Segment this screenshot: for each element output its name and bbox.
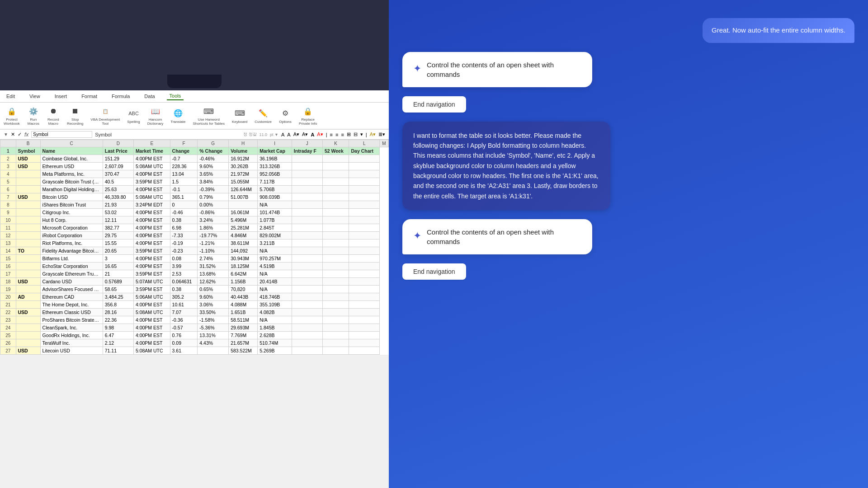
icon-customize[interactable]: ✏️ Customize bbox=[255, 108, 272, 124]
cell-reference-box[interactable] bbox=[31, 131, 92, 138]
table-row[interactable]: 21The Home Depot, Inc.356.84:00PM EST10.… bbox=[0, 301, 389, 309]
icon-replace-private[interactable]: 🔒 ReplacePrivate Info bbox=[299, 106, 317, 126]
table-row[interactable]: 4Meta Platforms, Inc.370.474:00PM EST13.… bbox=[0, 170, 389, 178]
spreadsheet-grid[interactable]: B C D E F G H I J K L M 1SymbolNameLast … bbox=[0, 140, 389, 355]
keyboard-icon: ⌨ bbox=[233, 108, 246, 119]
table-row[interactable]: 7USDBitcoin USD46,339.805:08AM UTC365.10… bbox=[0, 193, 389, 201]
icon-run-macros[interactable]: ⚙️ RunMacros bbox=[27, 106, 40, 126]
icon-stop-recording[interactable]: ⏹ StopRecording bbox=[67, 106, 83, 126]
col-header-j: J bbox=[292, 140, 322, 147]
col-header-e: E bbox=[133, 140, 170, 147]
user-message-2: I want to format the table so it looks b… bbox=[402, 122, 610, 211]
col-header-g: G bbox=[198, 140, 229, 147]
assistant-text-1: Control the contents of an open sheet wi… bbox=[427, 60, 581, 79]
spark-icon-1: ✦ bbox=[413, 61, 421, 76]
assistant-bubble-1: ✦ Control the contents of an open sheet … bbox=[402, 52, 592, 87]
col-header-l: L bbox=[349, 140, 379, 147]
fx-label: fx bbox=[24, 131, 28, 138]
end-navigation-button-1[interactable]: End navigation bbox=[402, 96, 466, 113]
table-row[interactable]: 19AdvisorShares Focused Equity ETF58.653… bbox=[0, 286, 389, 293]
table-row[interactable]: 11Microsoft Corporation382.774:00PM EST6… bbox=[0, 224, 389, 232]
tab-tools[interactable]: Tools bbox=[167, 92, 184, 100]
table-row[interactable]: 15Bitfarms Ltd.34:00PM EST0.082.74%30.94… bbox=[0, 255, 389, 263]
table-row[interactable]: 3USDEthereum USD2,607.095:08AM UTC228.36… bbox=[0, 163, 389, 170]
table-row[interactable]: 8iShares Bitcoin Trust21.933:24PM EDT00.… bbox=[0, 201, 389, 209]
icon-dictionary[interactable]: 📖 HancomDictionary bbox=[147, 106, 164, 126]
assistant-bubble-2: ✦ Control the contents of an open sheet … bbox=[402, 219, 592, 254]
translate-icon: 🌐 bbox=[172, 108, 184, 119]
table-row[interactable]: 20ADEthereum CAD3,484.255:06AM UTC305.29… bbox=[0, 293, 389, 301]
stop-icon: ⏹ bbox=[69, 106, 81, 117]
icon-keyboard[interactable]: ⌨ Keyboard bbox=[232, 108, 247, 124]
table-row[interactable]: 10Hut 8 Corp.12.114:00PM EST0.383.24%5.4… bbox=[0, 216, 389, 224]
table-row[interactable]: 24CleanSpark, Inc.9.984:00PM EST-0.57-5.… bbox=[0, 324, 389, 332]
table-row[interactable]: 27USDLitecoin USD71.115:08AM UTC3.61583.… bbox=[0, 347, 389, 355]
icon-record-macro[interactable]: ⏺ RecordMacro bbox=[47, 106, 60, 126]
assistant-text-2: Control the contents of an open sheet wi… bbox=[427, 227, 581, 246]
table-row[interactable]: 26TeraWulf Inc.2.124:00PM EST0.094.43%21… bbox=[0, 339, 389, 347]
table-row[interactable]: 17Grayscale Ethereum Trust (ETH)213:59PM… bbox=[0, 270, 389, 278]
icon-shortcuts[interactable]: ⌨ Use HanwordShortcuts for Tables bbox=[193, 106, 225, 126]
spreadsheet-panel: Edit View Insert Format Formula Data Too… bbox=[0, 0, 389, 488]
icon-translate[interactable]: 🌐 Translate bbox=[170, 108, 185, 124]
icon-spelling[interactable]: ABC Spelling bbox=[127, 108, 140, 124]
table-row[interactable]: 16EchoStar Corporation16.654:00PM EST3.9… bbox=[0, 263, 389, 270]
table-row[interactable]: 5Grayscale Bitcoin Trust (BTC)40.53:59PM… bbox=[0, 178, 389, 186]
col-header-d: D bbox=[103, 140, 133, 147]
toolbar-dark-area bbox=[0, 0, 389, 90]
table-row[interactable]: 13Riot Platforms, Inc.15.554:00PM EST-0.… bbox=[0, 239, 389, 247]
table-row[interactable]: 14TOFidelity Advantage Bitcoin ETF20.653… bbox=[0, 247, 389, 255]
chat-panel: Great. Now auto-fit the entire column wi… bbox=[389, 0, 868, 488]
tab-insert[interactable]: Insert bbox=[52, 93, 70, 100]
ribbon-tabs[interactable]: Edit View Insert Format Formula Data Too… bbox=[0, 90, 389, 103]
customize-icon: ✏️ bbox=[257, 108, 269, 119]
tab-format[interactable]: Format bbox=[79, 93, 100, 100]
ribbon-icon-bar: 🔒 ProtectWorkbook ⚙️ RunMacros ⏺ RecordM… bbox=[0, 103, 389, 130]
options-icon: ⚙ bbox=[279, 108, 292, 119]
table-row[interactable]: 22USDEthereum Classic USD28.165:08AM UTC… bbox=[0, 309, 389, 316]
col-header-row bbox=[0, 140, 16, 147]
icon-options[interactable]: ⚙ Options bbox=[279, 108, 292, 124]
table-row[interactable]: 18USDCardano USD0.576895:07AM UTC0.06463… bbox=[0, 278, 389, 286]
col-header-m: M bbox=[379, 140, 388, 147]
table-row[interactable]: 2USDCoinbase Global, Inc.151.294:00PM ES… bbox=[0, 155, 389, 163]
record-icon: ⏺ bbox=[47, 106, 60, 117]
col-header-c: C bbox=[40, 140, 103, 147]
table-row[interactable]: 23ProShares Bitcoin Strategy ETF22.364:0… bbox=[0, 316, 389, 324]
dict-icon: 📖 bbox=[149, 106, 162, 117]
macros-icon: ⚙️ bbox=[27, 106, 40, 117]
protect-icon: 🔒 bbox=[5, 106, 18, 117]
tab-view[interactable]: View bbox=[27, 93, 43, 100]
table-row[interactable]: 25GoodRx Holdings, Inc.6.474:00PM EST0.7… bbox=[0, 332, 389, 339]
icon-vba[interactable]: 📋 VBA DevelopmentTool bbox=[90, 106, 120, 126]
vba-icon: 📋 bbox=[99, 106, 112, 117]
col-header-h: H bbox=[229, 140, 258, 147]
col-header-i: I bbox=[258, 140, 292, 147]
tab-formula[interactable]: Formula bbox=[109, 93, 132, 100]
table-row[interactable]: 9Citigroup Inc.53.024:00PM EST-0.46-0.86… bbox=[0, 209, 389, 216]
keyboard-shortcuts-icon: ⌨ bbox=[203, 106, 215, 117]
col-header-k: K bbox=[322, 140, 349, 147]
end-navigation-button-2[interactable]: End navigation bbox=[402, 263, 466, 280]
tab-data[interactable]: Data bbox=[142, 93, 157, 100]
camera-bump bbox=[167, 75, 222, 88]
spark-icon-2: ✦ bbox=[413, 228, 421, 243]
icon-protect-workbook[interactable]: 🔒 ProtectWorkbook bbox=[4, 106, 20, 126]
table-row[interactable]: 6Marathon Digital Holdings, Inc.25.634:0… bbox=[0, 186, 389, 193]
spelling-icon: ABC bbox=[127, 108, 140, 119]
user-message-1: Great. Now auto-fit the entire column wi… bbox=[703, 18, 854, 43]
tab-edit[interactable]: Edit bbox=[4, 93, 18, 100]
col-header-f: F bbox=[170, 140, 198, 147]
col-header-b: B bbox=[16, 140, 40, 147]
privacy-icon: 🔒 bbox=[302, 106, 314, 117]
table-row[interactable]: 12iRobot Corporation29.754:00PM EST-7.33… bbox=[0, 232, 389, 239]
formula-value: Symbol bbox=[95, 132, 241, 137]
format-bar: ▼ ✕ ✓ fx Symbol 정 정갈 11.0 pt ▼ A A A▾ A▾… bbox=[0, 130, 389, 140]
